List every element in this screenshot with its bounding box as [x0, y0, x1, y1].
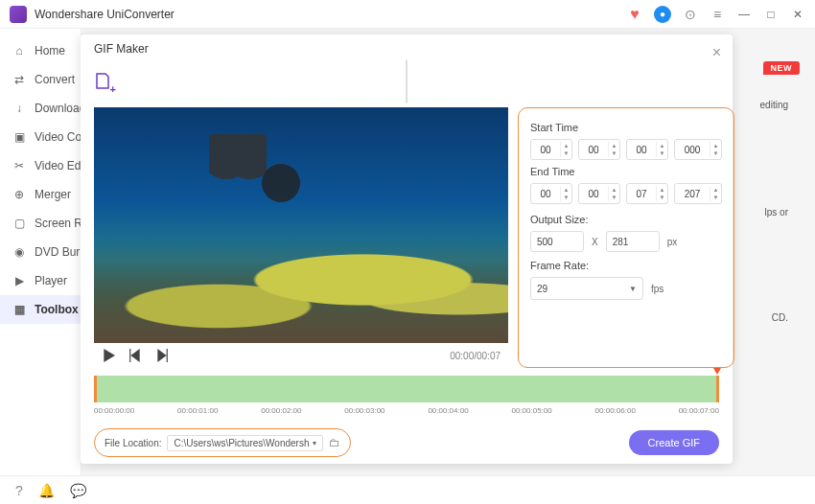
start-time-label: Start Time: [530, 122, 722, 133]
chevron-down-icon[interactable]: ▼: [710, 194, 721, 201]
close-icon[interactable]: ×: [712, 44, 721, 61]
menu-icon[interactable]: ≡: [710, 7, 725, 22]
chevron-down-icon[interactable]: ▼: [561, 149, 571, 157]
sidebar-item-dvd-burner[interactable]: ◉DVD Burner: [0, 238, 81, 266]
start-time-s[interactable]: 00▲▼: [626, 139, 668, 160]
chevron-down-icon[interactable]: ▼: [609, 194, 619, 201]
settings-panel: Start Time 00▲▼ 00▲▼ 00▲▼ 000▲▼ End Time…: [518, 107, 734, 368]
prev-frame-button[interactable]: [128, 349, 142, 362]
end-time-s[interactable]: 07▲▼: [626, 183, 668, 204]
bg-text: editing: [760, 100, 788, 110]
maximize-button[interactable]: □: [763, 8, 779, 21]
help-icon[interactable]: ?: [15, 483, 23, 498]
sidebar-item-convert[interactable]: ⇄Convert: [0, 65, 81, 94]
video-preview[interactable]: [94, 107, 508, 343]
footer: ? 🔔 💬: [0, 475, 815, 504]
sidebar: ⌂Home ⇄Convert ↓Download ▣Video Compress…: [0, 29, 82, 475]
sidebar-item-label: Convert: [35, 73, 75, 86]
file-location-select[interactable]: C:\Users\ws\Pictures\Wondersh▾: [167, 435, 323, 451]
output-height-input[interactable]: [606, 231, 660, 252]
chevron-up-icon[interactable]: ▲: [657, 142, 667, 149]
chevron-up-icon[interactable]: ▲: [710, 142, 721, 149]
start-time-m[interactable]: 00▲▼: [578, 139, 620, 160]
start-time-h[interactable]: 00▲▼: [530, 139, 572, 160]
chat-icon[interactable]: 💬: [70, 483, 86, 498]
end-time-label: End Time: [530, 166, 722, 177]
headset-icon[interactable]: ⊙: [683, 7, 698, 22]
download-icon: ↓: [12, 101, 27, 116]
end-time-ms[interactable]: 207▲▼: [674, 183, 722, 204]
chevron-up-icon[interactable]: ▲: [561, 186, 571, 194]
merge-icon: ⊕: [12, 187, 27, 202]
close-button[interactable]: ✕: [790, 8, 805, 21]
file-location-group: File Location: C:\Users\ws\Pictures\Wond…: [94, 428, 351, 457]
sidebar-item-player[interactable]: ▶Player: [0, 266, 81, 295]
sidebar-item-label: Screen Recorder: [35, 217, 81, 230]
sidebar-item-merger[interactable]: ⊕Merger: [0, 180, 81, 209]
chevron-down-icon[interactable]: ▼: [561, 194, 571, 201]
end-time-m[interactable]: 00▲▼: [578, 183, 620, 204]
chevron-down-icon[interactable]: ▼: [657, 194, 667, 201]
play-icon: ▶: [12, 273, 27, 288]
new-badge: NEW: [763, 61, 801, 75]
sidebar-item-video-editor[interactable]: ✂Video Editor: [0, 151, 81, 180]
dvd-icon: ◉: [12, 244, 27, 260]
file-location-label: File Location:: [105, 438, 161, 448]
sidebar-item-home[interactable]: ⌂Home: [0, 36, 81, 65]
chevron-up-icon[interactable]: ▲: [710, 186, 721, 194]
timeline[interactable]: [94, 376, 719, 402]
sidebar-item-download[interactable]: ↓Download: [0, 94, 81, 123]
sidebar-item-label: Merger: [35, 188, 71, 201]
create-gif-button[interactable]: Create GIF: [629, 430, 719, 455]
output-width-input[interactable]: [530, 231, 584, 252]
start-time-ms[interactable]: 000▲▼: [674, 139, 722, 160]
end-time-h[interactable]: 00▲▼: [530, 183, 572, 204]
app-title: Wondershare UniConverter: [35, 8, 175, 21]
sidebar-item-label: Toolbox: [35, 303, 79, 316]
bell-icon[interactable]: 🔔: [38, 483, 55, 498]
chevron-up-icon[interactable]: ▲: [609, 186, 619, 194]
gif-maker-modal: GIF Maker × Video to GIF Photos to GIF: [81, 34, 733, 464]
next-frame-button[interactable]: [155, 349, 169, 362]
tab-video-to-gif[interactable]: Video to GIF: [407, 60, 408, 103]
profile-icon[interactable]: ●: [654, 6, 671, 23]
chevron-up-icon[interactable]: ▲: [657, 186, 667, 194]
folder-icon[interactable]: 🗀: [329, 436, 340, 449]
video-preview-area: 00:00/00:07: [94, 107, 508, 368]
gift-icon[interactable]: ♥: [627, 7, 642, 22]
chevron-down-icon[interactable]: ▼: [609, 149, 619, 157]
playback-timecode: 00:00/00:07: [450, 351, 501, 361]
sidebar-item-video-compressor[interactable]: ▣Video Compressor: [0, 123, 81, 151]
sidebar-item-label: Video Editor: [35, 159, 81, 172]
compress-icon: ▣: [12, 129, 27, 145]
frame-rate-select[interactable]: 29▼: [530, 277, 643, 300]
chevron-up-icon[interactable]: ▲: [561, 142, 571, 149]
chevron-down-icon[interactable]: ▼: [657, 149, 667, 157]
home-icon: ⌂: [12, 43, 27, 58]
minimize-button[interactable]: —: [736, 8, 752, 21]
app-icon: [10, 6, 27, 23]
fps-unit: fps: [651, 284, 664, 294]
size-x: X: [592, 237, 598, 247]
chevron-down-icon[interactable]: ▼: [710, 149, 721, 157]
timeline-marker[interactable]: [713, 368, 721, 375]
record-icon: ▢: [12, 216, 27, 231]
sidebar-item-toolbox[interactable]: ▦Toolbox: [0, 295, 81, 324]
sidebar-item-label: Download: [35, 102, 81, 115]
play-button[interactable]: [102, 349, 115, 362]
frame-rate-label: Frame Rate:: [530, 260, 722, 271]
tab-group: Video to GIF Photos to GIF: [406, 59, 408, 103]
add-file-icon[interactable]: [94, 71, 115, 92]
chevron-up-icon[interactable]: ▲: [609, 142, 619, 149]
sidebar-item-label: Video Compressor: [35, 130, 81, 144]
chevron-down-icon: ▼: [629, 285, 637, 293]
chevron-down-icon: ▾: [313, 439, 316, 447]
convert-icon: ⇄: [12, 72, 27, 87]
sidebar-item-label: DVD Burner: [35, 245, 81, 259]
toolbox-icon: ▦: [12, 302, 27, 317]
scissors-icon: ✂: [12, 158, 27, 173]
sidebar-item-screen-recorder[interactable]: ▢Screen Recorder: [0, 209, 81, 238]
modal-title: GIF Maker: [94, 42, 149, 56]
output-size-label: Output Size:: [530, 214, 722, 225]
timeline-ticks: 00:00:00:00 00:00:01:00 00:00:02:00 00:0…: [94, 402, 719, 415]
